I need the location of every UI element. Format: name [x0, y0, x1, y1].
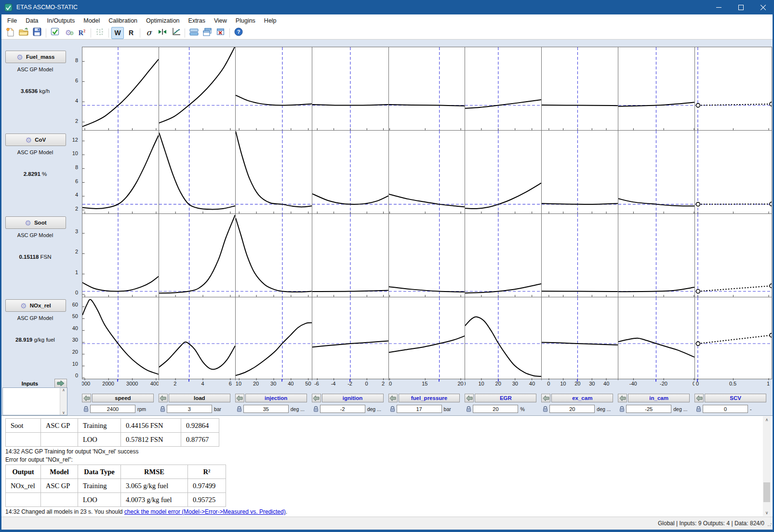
plot-cell-soot-in_cam[interactable] [618, 214, 695, 297]
plot-cell-nox_rel-injection[interactable] [236, 297, 312, 380]
plot-cell-soot-ex_cam[interactable] [542, 214, 618, 297]
plot-cell-cov-speed[interactable] [82, 131, 159, 214]
new-file-button[interactable] [4, 27, 16, 39]
input-name-button[interactable]: ignition [322, 394, 384, 402]
save-button[interactable] [31, 27, 43, 39]
output-button-fuel_mass[interactable]: ⚙Fuel_mass [5, 51, 66, 63]
minimize-icon[interactable] [707, 0, 730, 14]
scroll-down-icon[interactable]: ∨ [62, 411, 65, 415]
value-input[interactable]: -2 [320, 405, 365, 413]
plot-cell-cov-injection[interactable] [236, 131, 312, 214]
compress-axes-button[interactable] [156, 27, 169, 39]
value-input[interactable]: -25 [626, 405, 671, 413]
output-button-nox_rel[interactable]: ⚙NOx_rel [5, 299, 66, 312]
maximize-icon[interactable] [730, 0, 752, 14]
plot-cell-fuel_mass-egr[interactable] [465, 47, 542, 131]
shift-left-button[interactable] [618, 394, 627, 402]
plot-cell-fuel_mass-ignition[interactable] [312, 47, 389, 131]
doe-scatter-button[interactable] [93, 27, 106, 39]
shift-left-button[interactable] [694, 394, 704, 402]
menu-help[interactable]: Help [260, 15, 281, 26]
input-name-button[interactable]: EGR [475, 394, 536, 402]
shift-left-button[interactable] [82, 394, 91, 402]
value-input[interactable]: 3 [167, 405, 212, 413]
plot-cell-cov-egr[interactable] [465, 131, 542, 214]
plot-cell-nox_rel-speed[interactable] [82, 297, 159, 380]
input-name-button[interactable]: in_cam [628, 394, 690, 402]
input-name-button[interactable]: speed [92, 394, 154, 402]
lock-icon[interactable] [312, 405, 320, 413]
inputs-listbox[interactable]: ∧∨ [2, 387, 67, 415]
value-input[interactable]: 20 [549, 405, 595, 413]
log-scrollbar[interactable]: ∧ ∨ [763, 416, 771, 516]
plot-cell-fuel_mass-load[interactable] [159, 47, 236, 131]
plot-cell-fuel_mass-in_cam[interactable] [618, 47, 695, 131]
plot-cell-soot-ignition[interactable] [312, 214, 389, 297]
lock-icon[interactable] [82, 405, 90, 413]
plot-cell-fuel_mass-fuel_pressure[interactable] [389, 47, 466, 131]
open-file-button[interactable] [17, 27, 30, 39]
plot-cell-nox_rel-ignition[interactable] [312, 297, 389, 380]
input-name-button[interactable]: load [169, 394, 230, 402]
input-name-button[interactable]: SCV [705, 394, 766, 402]
input-name-button[interactable]: fuel_pressure [399, 394, 460, 402]
output-button-cov[interactable]: ⚙CoV [5, 133, 66, 146]
plot-cell-cov-ignition[interactable] [312, 131, 389, 214]
lock-icon[interactable] [388, 405, 397, 413]
weighting-button[interactable]: W [111, 27, 124, 39]
close-icon[interactable] [752, 0, 774, 14]
plot-cell-fuel_mass-ex_cam[interactable] [542, 47, 618, 131]
plot-cell-cov-scv[interactable] [695, 131, 772, 214]
inputs-scrollbar[interactable]: ∧∨ [60, 388, 67, 415]
cascade-windows-button[interactable] [201, 27, 214, 39]
lock-icon[interactable] [694, 405, 703, 413]
plot-cell-cov-in_cam[interactable] [618, 131, 695, 214]
residuals-button[interactable]: R [125, 27, 137, 39]
help-button[interactable]: ? [232, 27, 245, 39]
model-error-link[interactable]: check the model error (Model->Error->Mea… [124, 508, 286, 515]
plot-cell-soot-scv[interactable] [695, 214, 772, 297]
value-input[interactable]: 35 [243, 405, 289, 413]
value-input[interactable]: 0 [703, 405, 748, 413]
scroll-up-icon[interactable]: ∧ [765, 416, 769, 423]
menu-in-outputs[interactable]: In/Outputs [43, 15, 80, 26]
scrollbar-thumb[interactable] [763, 482, 770, 502]
model-gears-button[interactable]: ⚙⚙ [62, 27, 75, 39]
lock-icon[interactable] [465, 405, 473, 413]
menu-file[interactable]: File [3, 15, 21, 26]
menu-optimization[interactable]: Optimization [142, 15, 184, 26]
plot-cell-fuel_mass-scv[interactable] [695, 47, 772, 131]
plot-cell-soot-egr[interactable] [465, 214, 542, 297]
plot-cell-nox_rel-egr[interactable] [465, 297, 542, 380]
input-name-button[interactable]: injection [245, 394, 307, 402]
lock-icon[interactable] [541, 405, 549, 413]
shift-left-button[interactable] [159, 394, 168, 402]
inputs-expand-button[interactable] [54, 379, 67, 388]
menu-plugins[interactable]: Plugins [231, 15, 260, 26]
value-input[interactable]: 17 [397, 405, 442, 413]
menu-calibration[interactable]: Calibration [104, 15, 142, 26]
plot-cell-soot-speed[interactable] [82, 214, 159, 297]
menu-extras[interactable]: Extras [184, 15, 210, 26]
input-name-button[interactable]: ex_cam [551, 394, 613, 402]
plot-cell-soot-fuel_pressure[interactable] [389, 214, 466, 297]
data-check-button[interactable] [49, 27, 61, 39]
model-plot-button[interactable] [170, 27, 182, 39]
lock-icon[interactable] [618, 405, 626, 413]
plot-cell-nox_rel-in_cam[interactable] [618, 297, 695, 380]
plot-cell-fuel_mass-injection[interactable] [236, 47, 312, 131]
shift-left-button[interactable] [465, 394, 474, 402]
plot-cell-soot-load[interactable] [159, 214, 236, 297]
plot-cell-fuel_mass-speed[interactable] [82, 47, 159, 131]
scroll-up-icon[interactable]: ∧ [62, 388, 65, 392]
sigma-button[interactable]: σ [143, 27, 155, 39]
scroll-down-icon[interactable]: ∨ [765, 509, 769, 516]
r-squared-button[interactable]: R2 [76, 27, 88, 39]
menu-model[interactable]: Model [79, 15, 104, 26]
plot-cell-cov-load[interactable] [159, 131, 236, 214]
plot-cell-nox_rel-ex_cam[interactable] [542, 297, 618, 380]
shift-left-button[interactable] [312, 394, 321, 402]
resize-grip[interactable] [767, 522, 772, 527]
plot-cell-nox_rel-fuel_pressure[interactable] [389, 297, 466, 380]
plot-cell-cov-fuel_pressure[interactable] [389, 131, 466, 214]
